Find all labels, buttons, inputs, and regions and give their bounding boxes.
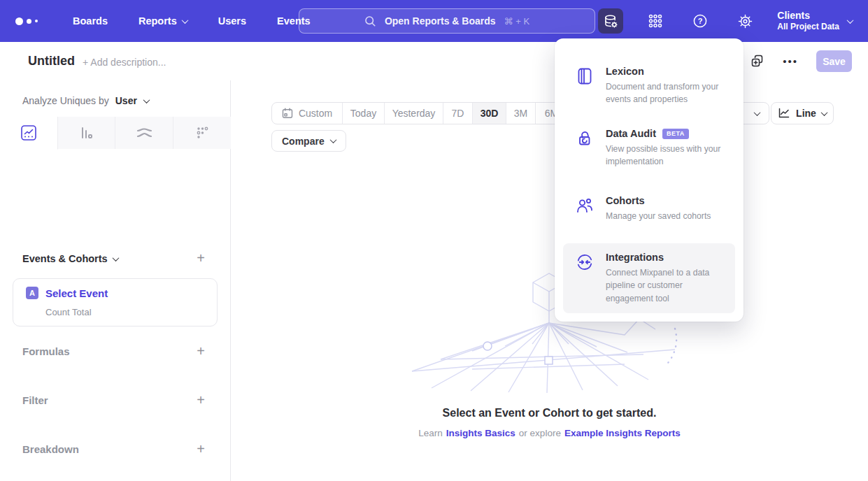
formulas-section: Formulas + bbox=[22, 343, 205, 359]
insights-basics-link[interactable]: Insights Basics bbox=[446, 428, 515, 438]
tab-insights-line[interactable] bbox=[0, 117, 58, 150]
add-event-button[interactable]: + bbox=[197, 251, 205, 265]
tab-bar-chart[interactable] bbox=[58, 117, 116, 149]
add-formula-button[interactable]: + bbox=[197, 344, 205, 358]
org-name: Clients bbox=[777, 9, 839, 22]
analyze-by-selector[interactable]: Analyze Uniques by User bbox=[22, 95, 149, 106]
mixpanel-logo-icon[interactable] bbox=[15, 17, 48, 25]
app-window: Boards Reports Users Events Open Reports… bbox=[0, 0, 868, 481]
gear-icon bbox=[737, 13, 753, 29]
event-aggregation[interactable]: Count Total bbox=[45, 307, 92, 317]
chevron-down-icon bbox=[847, 17, 854, 24]
top-nav: Boards Reports Users Events Open Reports… bbox=[0, 0, 868, 42]
line-chart-axis-icon bbox=[778, 108, 790, 119]
dots-metric-icon bbox=[194, 124, 211, 141]
event-row[interactable]: A Select Event Count Total bbox=[13, 278, 218, 326]
nav-item-reports[interactable]: Reports bbox=[138, 15, 187, 27]
data-management-button[interactable] bbox=[598, 8, 623, 34]
global-search-input[interactable]: Open Reports & Boards ⌘ + K bbox=[299, 8, 595, 34]
empty-state-heading: Select an Event or Cohort to get started… bbox=[231, 407, 868, 419]
compare-button[interactable]: Compare bbox=[271, 130, 346, 152]
data-audit-lock-icon bbox=[576, 128, 594, 168]
date-range-7d[interactable]: 7D bbox=[443, 103, 472, 124]
menu-item-data-audit[interactable]: Data Audit BETA View possible issues wit… bbox=[563, 120, 735, 177]
database-gear-icon bbox=[603, 13, 619, 29]
bar-chart-icon bbox=[78, 124, 94, 141]
nav-item-users[interactable]: Users bbox=[218, 15, 246, 27]
chevron-down-icon bbox=[181, 17, 188, 24]
duplicate-report-button[interactable] bbox=[750, 54, 764, 69]
tab-stacked-chart[interactable] bbox=[115, 117, 173, 149]
project-selector[interactable]: Clients All Project Data bbox=[777, 9, 853, 33]
select-event-button[interactable]: Select Event bbox=[45, 287, 108, 299]
settings-button[interactable] bbox=[732, 8, 757, 34]
chevron-down-icon bbox=[754, 109, 761, 116]
date-range-custom[interactable]: Custom bbox=[272, 103, 342, 124]
add-description-field[interactable]: + Add description... bbox=[83, 57, 166, 68]
empty-state-links: Learn Insights Basics or explore Example… bbox=[231, 428, 868, 438]
help-button[interactable]: ? bbox=[688, 8, 713, 34]
date-range-today[interactable]: Today bbox=[342, 103, 384, 124]
search-placeholder: Open Reports & Boards bbox=[385, 15, 496, 27]
events-cohorts-header[interactable]: Events & Cohorts bbox=[22, 253, 118, 264]
query-builder-sidebar: Analyze Uniques by User bbox=[0, 80, 231, 481]
menu-item-cohorts[interactable]: Cohorts Manage your saved cohorts bbox=[563, 187, 735, 231]
help-icon: ? bbox=[692, 13, 708, 29]
nav-item-boards[interactable]: Boards bbox=[73, 15, 108, 27]
event-letter-badge: A bbox=[26, 287, 38, 299]
analyze-by-value: User bbox=[115, 95, 137, 106]
project-name: All Project Data bbox=[777, 22, 839, 33]
lexicon-book-icon bbox=[576, 66, 594, 106]
tab-metric[interactable] bbox=[173, 117, 232, 149]
line-chart-icon bbox=[20, 124, 37, 141]
apps-grid-button[interactable] bbox=[643, 8, 668, 34]
svg-text:?: ? bbox=[698, 17, 703, 25]
date-range-30d[interactable]: 30D bbox=[472, 103, 506, 124]
chart-area: Custom Today Yesterday 7D 30D 3M 6M Comp… bbox=[231, 80, 868, 481]
report-title[interactable]: Untitled bbox=[28, 54, 75, 69]
chevron-down-icon bbox=[143, 96, 150, 103]
add-filter-button[interactable]: + bbox=[197, 393, 205, 407]
save-button[interactable]: Save bbox=[816, 50, 852, 72]
data-management-menu: Lexicon Document and transform your even… bbox=[555, 38, 744, 322]
integrations-sync-icon bbox=[576, 252, 594, 305]
search-shortcut-hint: ⌘ + K bbox=[504, 16, 530, 27]
menu-item-integrations[interactable]: Integrations Connect Mixpanel to a data … bbox=[563, 243, 735, 313]
visualization-tabs bbox=[0, 117, 231, 149]
chevron-down-icon bbox=[112, 254, 119, 261]
grid-dots-icon bbox=[648, 13, 663, 29]
chevron-down-icon bbox=[820, 109, 827, 116]
filter-section: Filter + bbox=[22, 392, 205, 408]
date-range-control: Custom Today Yesterday 7D 30D 3M 6M bbox=[271, 102, 568, 124]
chart-type-button[interactable]: Line bbox=[771, 102, 834, 124]
breakdown-section: Breakdown + bbox=[22, 440, 205, 457]
menu-item-lexicon[interactable]: Lexicon Document and transform your even… bbox=[563, 57, 735, 115]
add-breakdown-button[interactable]: + bbox=[197, 442, 205, 456]
more-options-button[interactable]: ••• bbox=[783, 55, 798, 67]
example-insights-reports-link[interactable]: Example Insights Reports bbox=[564, 428, 681, 438]
stacked-flow-icon bbox=[135, 124, 153, 141]
chevron-down-icon bbox=[329, 136, 336, 143]
calendar-icon bbox=[282, 108, 293, 119]
beta-badge: BETA bbox=[662, 129, 689, 139]
search-icon bbox=[364, 15, 376, 27]
date-range-yesterday[interactable]: Yesterday bbox=[384, 103, 443, 124]
cohorts-people-icon bbox=[576, 195, 594, 222]
date-range-3m[interactable]: 3M bbox=[506, 103, 535, 124]
